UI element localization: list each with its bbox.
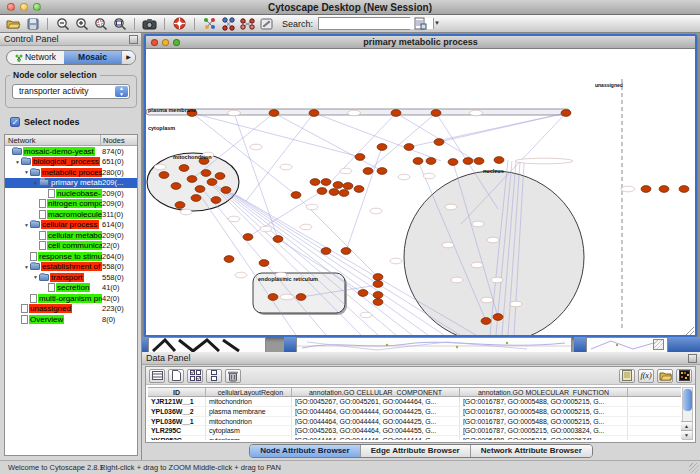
tree-row[interactable]: ▼transport558(0) bbox=[5, 272, 137, 283]
table-cell[interactable]: YPL036W__1 bbox=[148, 417, 206, 426]
function-builder-icon[interactable]: f(x) bbox=[638, 369, 654, 383]
tree-row[interactable]: secretion41(0) bbox=[5, 283, 137, 294]
tree-row[interactable]: ▼establishment of lo558(0) bbox=[5, 262, 137, 273]
save-icon[interactable] bbox=[24, 16, 41, 31]
table-row[interactable]: YKR052Ccytoplasm[GO:0044464, GO:0044446,… bbox=[148, 436, 681, 440]
search-dropdown-arrow-icon[interactable]: ▼ bbox=[433, 18, 440, 29]
attribute-notes-icon[interactable] bbox=[619, 369, 635, 383]
tree-column-network[interactable]: Network bbox=[5, 135, 101, 145]
table-cell[interactable]: plasma membrane bbox=[206, 407, 292, 416]
background-window-graph[interactable] bbox=[296, 337, 572, 352]
tree-column-nodes[interactable]: Nodes bbox=[101, 135, 137, 145]
tab-network[interactable]: Network bbox=[7, 51, 64, 64]
tree-row[interactable]: nucleobase-209(0) bbox=[5, 188, 137, 199]
matrix-view-icon[interactable] bbox=[676, 369, 692, 383]
scroll-down-icon[interactable]: ▼ bbox=[681, 430, 692, 439]
table-cell[interactable]: [GO:0005488, GO:0005215, GO:0003674] bbox=[460, 436, 628, 440]
snapshot-camera-icon[interactable] bbox=[141, 16, 158, 31]
zoom-window-button[interactable] bbox=[33, 3, 41, 11]
tab-mosaic[interactable]: Mosaic bbox=[64, 51, 121, 64]
tree-row[interactable]: nitrogen compo209(0) bbox=[5, 199, 137, 210]
network-canvas[interactable]: plasma membranecytoplasmmitochondrionnuc… bbox=[146, 49, 695, 335]
table-cell[interactable]: cytoplasm bbox=[206, 426, 292, 435]
tree-row[interactable]: Overview8(0) bbox=[5, 314, 137, 325]
scrollbar-thumb[interactable] bbox=[683, 389, 692, 411]
tree-expander-icon[interactable]: ▼ bbox=[23, 169, 30, 175]
tab-overflow-arrow-icon[interactable]: ▶ bbox=[121, 51, 135, 64]
zoom-in-icon[interactable] bbox=[73, 16, 90, 31]
tree-row[interactable]: response to stimulu264(0) bbox=[5, 251, 137, 262]
annotation-icon[interactable] bbox=[258, 16, 275, 31]
tree-expander-icon[interactable]: ▼ bbox=[14, 159, 21, 165]
tree-row[interactable]: cellular metabol209(0) bbox=[5, 230, 137, 241]
netwin-minimize-button[interactable] bbox=[162, 39, 169, 46]
table-cell[interactable]: [GO:0045263, GO:0044464, GO:0044455, G..… bbox=[292, 426, 460, 435]
table-row[interactable]: YPL036W__2plasma membrane[GO:0044464, GO… bbox=[148, 407, 681, 417]
unselect-attributes-icon[interactable] bbox=[206, 369, 222, 383]
delete-attribute-trash-icon[interactable] bbox=[225, 369, 241, 383]
table-cell[interactable]: YKR052C bbox=[148, 436, 206, 440]
table-row[interactable]: YLR295Ccytoplasm[GO:0045263, GO:0044464,… bbox=[148, 426, 681, 436]
table-cell[interactable]: YLR295C bbox=[148, 426, 206, 435]
table-cell[interactable]: mitochondrion bbox=[206, 397, 292, 406]
tree-row[interactable]: ▼primary metabo209(... bbox=[5, 178, 137, 189]
background-window-edge[interactable] bbox=[668, 337, 700, 352]
search-field[interactable]: ▼ bbox=[318, 17, 410, 30]
tree-expander-icon[interactable]: ▼ bbox=[23, 264, 30, 270]
attribute-browser-icon[interactable] bbox=[412, 16, 429, 31]
table-cell[interactable]: [GO:0044464, GO:0044444, GO:0044425, G..… bbox=[292, 407, 460, 416]
table-cell[interactable]: [GO:0045267, GO:0045261, GO:0044464, G..… bbox=[292, 397, 460, 406]
network-view-window[interactable]: primary metabolic process plasma membran… bbox=[144, 34, 697, 337]
table-cell[interactable]: [GO:0016787, GO:0005488, GO:0005215, G..… bbox=[460, 407, 628, 416]
table-cell[interactable]: cytoplasm bbox=[206, 436, 292, 440]
table-cell[interactable]: [GO:0044464, GO:0044444, GO:0044425, G..… bbox=[292, 417, 460, 426]
tree-row[interactable]: unassigned223(0) bbox=[5, 304, 137, 315]
table-cell[interactable]: YPL036W__2 bbox=[148, 407, 206, 416]
tab-node-attribute-browser[interactable]: Node Attribute Browser bbox=[250, 445, 361, 457]
table-cell[interactable]: [GO:0016787, GO:0005488, GO:0005215, G..… bbox=[460, 397, 628, 406]
tree-expander-icon[interactable]: ▼ bbox=[32, 274, 39, 280]
scroll-up-icon[interactable]: ▲ bbox=[681, 421, 692, 430]
data-panel-float-icon[interactable] bbox=[688, 354, 697, 363]
minimize-window-button[interactable] bbox=[20, 3, 28, 11]
control-panel-float-icon[interactable] bbox=[129, 35, 138, 44]
tree-expander-icon[interactable]: ▼ bbox=[32, 180, 39, 186]
netwin-zoom-button[interactable] bbox=[173, 39, 180, 46]
background-window-edge[interactable] bbox=[574, 337, 586, 352]
zoom-fit-icon[interactable] bbox=[111, 16, 128, 31]
netwin-close-button[interactable] bbox=[151, 39, 158, 46]
column-header-molecular-function[interactable]: annotation.GO MOLECULAR_FUNCTION bbox=[460, 388, 628, 396]
column-header-region[interactable]: _cellularLayoutRegion bbox=[206, 388, 292, 396]
layout-blue-icon[interactable] bbox=[220, 16, 237, 31]
zoom-out-icon[interactable] bbox=[54, 16, 71, 31]
layout-red-icon[interactable] bbox=[239, 16, 256, 31]
zoom-selected-icon[interactable] bbox=[92, 16, 109, 31]
table-row[interactable]: YJR121W__1mitochondrion[GO:0045267, GO:0… bbox=[148, 397, 681, 407]
close-window-button[interactable] bbox=[7, 3, 15, 11]
resize-grip-icon[interactable] bbox=[653, 339, 664, 350]
help-lifering-icon[interactable] bbox=[171, 16, 188, 31]
table-cell[interactable]: [GO:0016787, GO:0005215, GO:0003824, G..… bbox=[460, 426, 628, 435]
select-nodes-checkbox[interactable]: ✓ bbox=[10, 117, 20, 127]
tree-row[interactable]: ▼biological_process651(0) bbox=[5, 157, 137, 168]
open-file-icon[interactable] bbox=[5, 16, 22, 31]
tree-expander-icon[interactable]: ▼ bbox=[23, 222, 30, 228]
node-color-dropdown[interactable]: transporter activity ▲▼ bbox=[12, 84, 130, 99]
table-cell[interactable]: [GO:0016787, GO:0005488, GO:0005215, G..… bbox=[460, 417, 628, 426]
background-window-edge[interactable] bbox=[284, 337, 296, 352]
column-header-id[interactable]: ID bbox=[148, 388, 206, 396]
table-cell[interactable]: mitochondrion bbox=[206, 417, 292, 426]
table-cell[interactable]: YJR121W__1 bbox=[148, 397, 206, 406]
tree-row[interactable]: cell communicat22(0) bbox=[5, 241, 137, 252]
import-attributes-icon[interactable] bbox=[657, 369, 673, 383]
table-cell[interactable]: [GO:0044464, GO:0044446, GO:0044444, G..… bbox=[292, 436, 460, 440]
tree-row[interactable]: macromolecule311(0) bbox=[5, 209, 137, 220]
window-resize-grip-icon[interactable] bbox=[689, 463, 699, 473]
vizmapper-icon[interactable] bbox=[201, 16, 218, 31]
select-attributes-icon[interactable] bbox=[187, 369, 203, 383]
tree-row[interactable]: ▼metabolic process280(0) bbox=[5, 167, 137, 178]
tree-row[interactable]: mosaic-demo-yeast874(0) bbox=[5, 146, 137, 157]
column-header-cellular-component[interactable]: annotation.GO CELLULAR_COMPONENT bbox=[292, 388, 460, 396]
table-row[interactable]: YPL036W__1mitochondrion[GO:0044464, GO:0… bbox=[148, 417, 681, 427]
show-columns-icon[interactable] bbox=[149, 369, 165, 383]
